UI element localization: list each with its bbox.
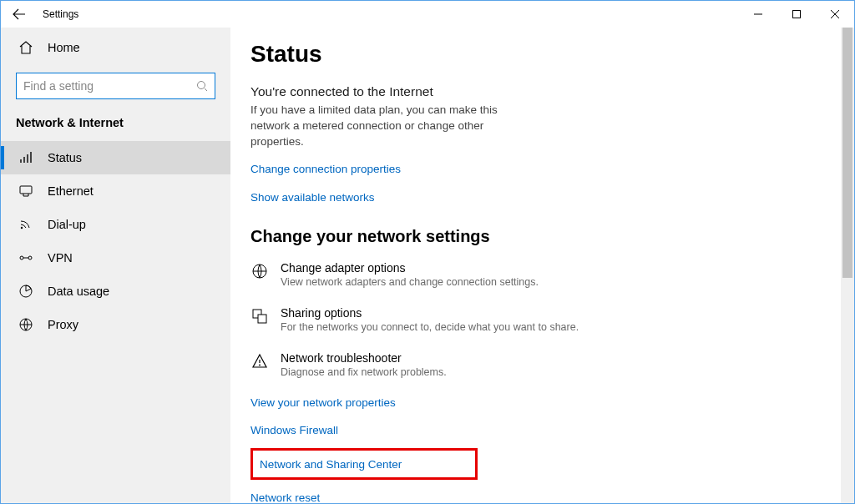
option-sharing[interactable]: Sharing options For the networks you con… xyxy=(250,306,811,333)
adapter-icon xyxy=(250,263,269,280)
link-change-connection-properties[interactable]: Change connection properties xyxy=(250,163,401,175)
option-troubleshooter[interactable]: Network troubleshooter Diagnose and fix … xyxy=(250,351,811,378)
option-change-adapter[interactable]: Change adapter options View network adap… xyxy=(250,261,811,288)
maximize-icon xyxy=(792,10,801,18)
link-view-network-properties[interactable]: View your network properties xyxy=(250,396,811,409)
window-controls xyxy=(739,1,854,28)
link-show-available-networks[interactable]: Show available networks xyxy=(250,191,375,204)
connected-desc: If you have a limited data plan, you can… xyxy=(250,103,534,150)
link-network-reset[interactable]: Network reset xyxy=(250,491,811,503)
proxy-icon xyxy=(18,317,34,332)
main-wrap: Status You're connected to the Internet … xyxy=(230,28,854,503)
change-settings-heading: Change your network settings xyxy=(250,227,811,246)
scrollbar[interactable] xyxy=(841,28,854,503)
svg-rect-0 xyxy=(793,11,801,18)
page-title: Status xyxy=(250,41,811,68)
svg-point-5 xyxy=(28,256,32,260)
link-network-sharing-center[interactable]: Network and Sharing Center xyxy=(260,458,402,471)
troubleshoot-icon xyxy=(250,353,269,370)
main-content: Status You're connected to the Internet … xyxy=(230,28,841,503)
sidebar-item-label: Ethernet xyxy=(48,184,94,198)
option-desc: View network adapters and change connect… xyxy=(281,276,539,288)
search-icon xyxy=(196,80,208,92)
option-desc: Diagnose and fix network problems. xyxy=(281,366,447,378)
window-body: Home Network & Internet Status Eth xyxy=(1,28,854,503)
sidebar: Home Network & Internet Status Eth xyxy=(1,28,230,503)
sidebar-item-vpn[interactable]: VPN xyxy=(1,241,230,275)
dialup-icon xyxy=(18,217,34,232)
sidebar-item-proxy[interactable]: Proxy xyxy=(1,308,230,341)
highlight-network-sharing-center: Network and Sharing Center xyxy=(250,448,478,480)
svg-rect-10 xyxy=(258,315,266,323)
sidebar-item-label: VPN xyxy=(48,251,73,265)
settings-window: Settings Home xyxy=(0,0,855,504)
sidebar-item-label: Status xyxy=(48,151,82,164)
sidebar-item-ethernet[interactable]: Ethernet xyxy=(1,174,230,208)
search-container xyxy=(1,73,230,111)
svg-point-11 xyxy=(259,364,261,365)
sidebar-item-label: Proxy xyxy=(48,318,78,331)
sidebar-item-label: Dial-up xyxy=(48,218,86,231)
minimize-icon xyxy=(754,10,762,18)
sharing-icon xyxy=(250,308,269,325)
sidebar-item-label: Data usage xyxy=(48,285,109,298)
window-title: Settings xyxy=(43,8,78,20)
svg-point-1 xyxy=(198,82,205,89)
svg-rect-2 xyxy=(20,186,32,194)
minimize-button[interactable] xyxy=(739,1,777,28)
search-input[interactable] xyxy=(23,79,196,93)
connected-title: You're connected to the Internet xyxy=(250,84,811,99)
back-arrow-icon xyxy=(13,8,26,21)
close-icon xyxy=(831,10,839,18)
home-label: Home xyxy=(48,41,80,54)
ethernet-icon xyxy=(18,184,34,199)
sidebar-item-datausage[interactable]: Data usage xyxy=(1,275,230,308)
link-windows-firewall[interactable]: Windows Firewall xyxy=(250,424,811,436)
titlebar: Settings xyxy=(1,1,854,28)
sidebar-category: Network & Internet xyxy=(1,111,230,141)
home-icon xyxy=(18,40,34,55)
sidebar-item-status[interactable]: Status xyxy=(1,141,230,174)
home-button[interactable]: Home xyxy=(1,31,230,64)
option-title: Change adapter options xyxy=(281,261,539,275)
status-icon xyxy=(18,150,34,165)
maximize-button[interactable] xyxy=(777,1,816,28)
svg-point-4 xyxy=(20,256,23,260)
close-button[interactable] xyxy=(816,1,854,28)
scroll-thumb[interactable] xyxy=(842,28,852,278)
option-title: Network troubleshooter xyxy=(281,351,447,365)
sidebar-item-dialup[interactable]: Dial-up xyxy=(1,208,230,241)
back-button[interactable] xyxy=(1,1,38,28)
option-title: Sharing options xyxy=(281,306,579,320)
svg-point-3 xyxy=(21,227,23,229)
option-desc: For the networks you connect to, decide … xyxy=(281,321,579,333)
vpn-icon xyxy=(18,250,34,265)
data-icon xyxy=(18,284,34,299)
search-box[interactable] xyxy=(16,73,215,99)
